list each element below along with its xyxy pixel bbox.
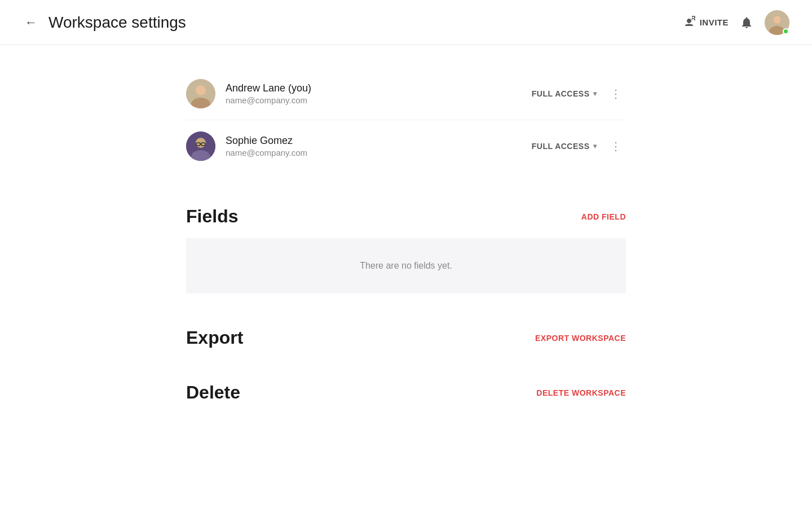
invite-icon (683, 15, 695, 29)
header: ← Workspace settings INVITE (0, 0, 812, 45)
invite-label: INVITE (700, 17, 729, 27)
member-2-info: Sophie Gomez name@company.com (226, 135, 527, 157)
back-button[interactable]: ← (23, 13, 39, 32)
member-row: Andrew Lane (you) name@company.com FULL … (186, 68, 626, 120)
delete-workspace-button[interactable]: DELETE WORKSPACE (536, 388, 626, 397)
member-1-access-dropdown[interactable]: FULL ACCESS ▾ (527, 86, 601, 102)
member-1-name: Andrew Lane (you) (226, 82, 527, 94)
header-left: ← Workspace settings (23, 13, 186, 32)
main-content: Andrew Lane (you) name@company.com FULL … (152, 45, 660, 437)
member-1-more-button[interactable]: ⋮ (606, 86, 626, 102)
chevron-down-icon: ▾ (593, 90, 597, 98)
page-title: Workspace settings (48, 14, 186, 32)
svg-point-4 (773, 16, 781, 24)
member-1-info: Andrew Lane (you) name@company.com (226, 82, 527, 105)
export-workspace-button[interactable]: EXPORT WORKSPACE (535, 334, 626, 343)
notification-bell-button[interactable] (740, 16, 753, 29)
delete-section-title: Delete (186, 382, 240, 403)
delete-section: Delete DELETE WORKSPACE (186, 382, 626, 403)
back-arrow-icon: ← (25, 15, 37, 30)
member-2-name: Sophie Gomez (226, 135, 527, 147)
fields-section-header: Fields ADD FIELD (186, 206, 626, 227)
member-2-access-dropdown[interactable]: FULL ACCESS ▾ (527, 138, 601, 154)
export-section-title: Export (186, 327, 243, 348)
add-field-button[interactable]: ADD FIELD (581, 212, 626, 221)
chevron-down-icon: ▾ (593, 142, 597, 150)
empty-fields-message: There are no fields yet. (197, 261, 615, 271)
member-avatar-2 (186, 132, 215, 161)
svg-point-6 (196, 85, 206, 95)
member-1-email: name@company.com (226, 95, 527, 105)
export-section-header: Export EXPORT WORKSPACE (186, 327, 626, 348)
more-vertical-icon: ⋮ (610, 88, 621, 99)
members-list: Andrew Lane (you) name@company.com FULL … (186, 68, 626, 172)
invite-button[interactable]: INVITE (683, 15, 729, 29)
fields-section-title: Fields (186, 206, 238, 227)
more-vertical-icon: ⋮ (610, 141, 621, 152)
member-2-more-button[interactable]: ⋮ (606, 138, 626, 154)
member-2-access-label: FULL ACCESS (532, 142, 590, 151)
member-row: Sophie Gomez name@company.com FULL ACCES… (186, 120, 626, 172)
fields-section: Fields ADD FIELD There are no fields yet… (186, 206, 626, 294)
member-avatar-1 (186, 79, 215, 108)
export-section: Export EXPORT WORKSPACE (186, 327, 626, 348)
header-right: INVITE (683, 10, 789, 35)
user-avatar-wrapper[interactable] (765, 10, 789, 35)
member-2-actions: FULL ACCESS ▾ ⋮ (527, 138, 626, 154)
delete-section-header: Delete DELETE WORKSPACE (186, 382, 626, 403)
online-indicator (783, 28, 789, 34)
member-2-email: name@company.com (226, 148, 527, 157)
member-1-access-label: FULL ACCESS (532, 89, 590, 98)
bell-icon (740, 16, 753, 29)
empty-fields-box: There are no fields yet. (186, 238, 626, 294)
member-1-actions: FULL ACCESS ▾ ⋮ (527, 86, 626, 102)
